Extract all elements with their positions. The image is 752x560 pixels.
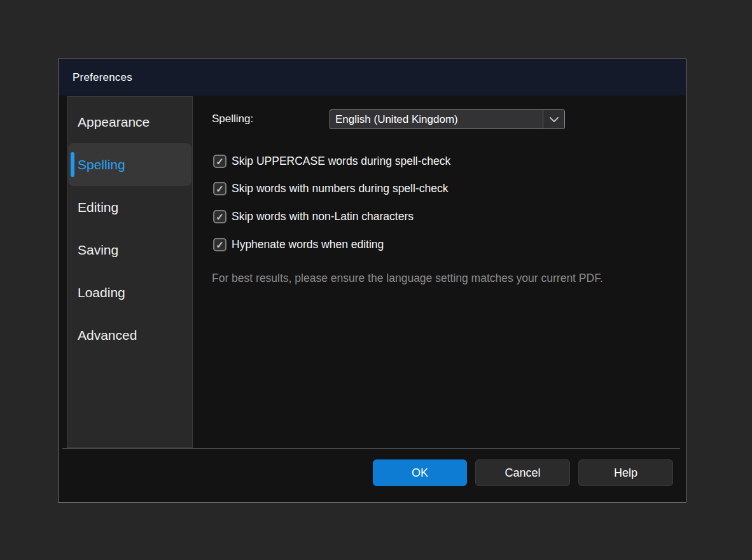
checkbox-skip-nonlatin[interactable] — [213, 210, 226, 223]
dialog-title: Preferences — [73, 71, 132, 84]
sidebar-item-label: Advanced — [78, 328, 137, 343]
sidebar-item-loading[interactable]: Loading — [67, 271, 192, 314]
help-button[interactable]: Help — [578, 459, 673, 486]
cancel-button[interactable]: Cancel — [475, 459, 570, 486]
preferences-dialog: Preferences Appearance Spelling Editing … — [58, 59, 686, 503]
sidebar-item-label: Saving — [78, 242, 118, 258]
checkbox-row-skip-numbers[interactable]: Skip words with numbers during spell-che… — [213, 181, 448, 196]
sidebar-item-label: Editing — [78, 200, 118, 215]
language-note-text: For best results, please ensure the lang… — [212, 270, 632, 286]
ok-button[interactable]: OK — [373, 459, 467, 486]
dialog-titlebar: Preferences — [59, 59, 686, 95]
checkbox-row-hyphenate[interactable]: Hyphenate words when editing — [213, 237, 384, 252]
checkbox-label: Skip words with non-Latin characters — [232, 210, 414, 223]
preferences-sidebar: Appearance Spelling Editing Saving Loadi… — [67, 96, 193, 448]
sidebar-item-advanced[interactable]: Advanced — [67, 314, 192, 356]
checkbox-label: Hyphenate words when editing — [232, 238, 384, 251]
checkbox-skip-uppercase[interactable] — [213, 155, 226, 168]
sidebar-item-editing[interactable]: Editing — [67, 186, 192, 228]
sidebar-item-label: Spelling — [78, 157, 125, 172]
checkbox-hyphenate[interactable] — [213, 238, 226, 251]
checkbox-row-skip-uppercase[interactable]: Skip UPPERCASE words during spell-check — [213, 154, 450, 169]
spelling-language-label: Spelling: — [212, 113, 253, 125]
checkbox-label: Skip words with numbers during spell-che… — [232, 182, 448, 195]
checkbox-skip-numbers[interactable] — [213, 182, 226, 195]
sidebar-item-appearance[interactable]: Appearance — [67, 101, 192, 143]
checkbox-row-skip-nonlatin[interactable]: Skip words with non-Latin characters — [213, 209, 414, 224]
sidebar-item-saving[interactable]: Saving — [67, 228, 192, 271]
checkbox-label: Skip UPPERCASE words during spell-check — [232, 155, 450, 168]
sidebar-item-label: Appearance — [78, 115, 150, 130]
language-dropdown[interactable]: English (United Kingdom) — [330, 109, 565, 129]
chevron-down-icon — [543, 110, 564, 129]
sidebar-item-spelling[interactable]: Spelling — [68, 143, 191, 186]
language-dropdown-value: English (United Kingdom) — [330, 113, 543, 126]
selected-indicator-bar — [71, 152, 74, 177]
footer-divider — [62, 448, 680, 449]
sidebar-item-label: Loading — [78, 285, 125, 300]
